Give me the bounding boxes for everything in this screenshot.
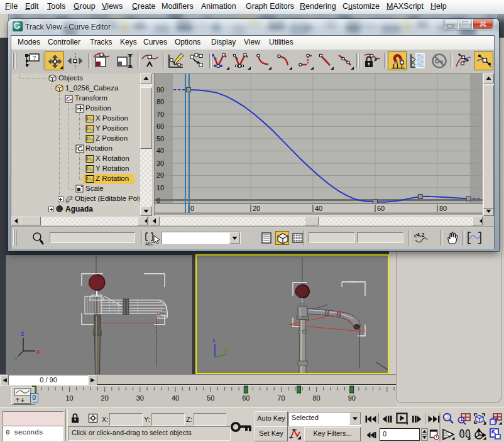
go-to-start-button[interactable] bbox=[364, 412, 377, 426]
show-values-button[interactable]: 4.2 bbox=[412, 230, 430, 246]
tvmenu-modes[interactable]: Modes bbox=[18, 38, 40, 46]
show-selected-key-stats-button[interactable]: ABC bbox=[144, 230, 160, 247]
tree-item-objects[interactable]: Objects bbox=[11, 73, 140, 84]
tree-item-scale[interactable]: Scale bbox=[11, 184, 140, 194]
macro-recorder-pane[interactable] bbox=[3, 411, 63, 427]
coord-field-z[interactable] bbox=[194, 413, 226, 426]
tvmenu-utilities[interactable]: Utilities bbox=[269, 38, 293, 46]
key-filters-button[interactable]: Key Filters... bbox=[304, 427, 361, 441]
key-filter-dropdown[interactable]: Selected bbox=[288, 412, 361, 426]
frame-spinner[interactable] bbox=[421, 428, 428, 441]
coord-field-x[interactable] bbox=[109, 413, 143, 426]
key-value-field[interactable] bbox=[357, 232, 403, 243]
set-tangents-linear-button[interactable] bbox=[317, 51, 334, 70]
menu-animation[interactable]: Animation bbox=[201, 2, 236, 11]
minimize-button[interactable] bbox=[444, 19, 458, 30]
track-name-field[interactable] bbox=[50, 232, 135, 243]
scroll-down-button[interactable] bbox=[140, 206, 152, 216]
filters-button[interactable]: ? bbox=[23, 51, 41, 70]
graph-vertical-scrollbar[interactable] bbox=[483, 73, 494, 216]
scroll-left-button[interactable] bbox=[11, 217, 21, 225]
go-to-end-button[interactable] bbox=[428, 412, 441, 426]
menu-group[interactable]: Group bbox=[74, 2, 96, 11]
scroll-up-button[interactable] bbox=[140, 73, 152, 84]
tree-vertical-scrollbar[interactable] bbox=[140, 73, 152, 216]
scroll-right-button[interactable] bbox=[473, 217, 483, 225]
tvmenu-curves[interactable]: Curves bbox=[143, 38, 167, 46]
tree-item-rotation[interactable]: Rotation bbox=[11, 144, 140, 154]
trackbar-key[interactable] bbox=[244, 386, 248, 393]
tree-item-x-position[interactable]: X Position bbox=[11, 114, 140, 124]
trackbar-frame-handle[interactable]: 0 bbox=[30, 393, 38, 402]
key-time-field[interactable] bbox=[309, 232, 355, 243]
filters-current-button[interactable] bbox=[275, 231, 289, 245]
arc-rotate-button[interactable] bbox=[473, 427, 487, 441]
set-tangents-smooth-button[interactable] bbox=[336, 51, 354, 70]
default-tangent-button[interactable] bbox=[288, 427, 302, 440]
viewport-perspective-active[interactable]: yxzx bbox=[195, 254, 389, 374]
current-frame-field[interactable]: 0 bbox=[380, 428, 420, 441]
graph-horizontal-scrollbar[interactable] bbox=[150, 217, 483, 226]
curve-key[interactable] bbox=[187, 87, 191, 92]
tree-item-z-rotation[interactable]: Z Rotation bbox=[11, 174, 140, 184]
menu-file[interactable]: File bbox=[5, 2, 18, 11]
menu-tools[interactable]: Tools bbox=[47, 2, 65, 11]
maxscript-listener-pane[interactable]: 0 seconds bbox=[3, 426, 63, 441]
set-tangents-fast-button[interactable] bbox=[255, 51, 272, 70]
reduce-keys-button[interactable] bbox=[188, 51, 206, 70]
maximize-button[interactable] bbox=[458, 19, 473, 30]
tree-item-x-rotation[interactable]: X Rotation bbox=[11, 154, 140, 164]
snap-frames-button[interactable] bbox=[388, 51, 407, 70]
tree-item-y-rotation[interactable]: Y Rotation bbox=[11, 164, 140, 174]
show-tangents-button[interactable] bbox=[455, 51, 473, 70]
menu-graph-editors[interactable]: Graph Editors bbox=[246, 2, 294, 11]
set-tangents-auto-button[interactable] bbox=[212, 51, 230, 70]
zoom-button[interactable] bbox=[441, 412, 456, 426]
menu-maxscript[interactable]: MAXScript bbox=[386, 2, 424, 11]
scroll-thumb[interactable] bbox=[305, 217, 319, 225]
tvmenu-controller[interactable]: Controller bbox=[48, 38, 80, 46]
param-curve-out-of-range-button[interactable] bbox=[409, 51, 425, 70]
menu-edit[interactable]: Edit bbox=[25, 2, 39, 11]
scroll-up-button[interactable] bbox=[483, 73, 494, 84]
scroll-left-button[interactable] bbox=[150, 217, 160, 225]
menu-help[interactable]: Help bbox=[430, 2, 447, 11]
tvmenu-options[interactable]: Options bbox=[175, 38, 200, 46]
set-tangents-step-button[interactable] bbox=[296, 51, 314, 70]
show-keyable-icons-button[interactable] bbox=[430, 51, 447, 70]
set-keys-button[interactable] bbox=[229, 414, 254, 439]
scroll-right-button[interactable] bbox=[138, 217, 148, 225]
close-button[interactable] bbox=[473, 19, 493, 30]
pan-view-button[interactable] bbox=[457, 427, 471, 441]
scroll-thumb[interactable] bbox=[483, 85, 494, 209]
curve-graph[interactable]: 0102030405060708090020406080 bbox=[154, 73, 483, 216]
play-animation-button[interactable] bbox=[396, 412, 408, 424]
menu-views[interactable]: Views bbox=[102, 2, 123, 11]
zoom-value-extents-button[interactable] bbox=[466, 230, 483, 246]
track-set-list-button[interactable] bbox=[260, 231, 273, 245]
tree-item-1-0256-cabeza[interactable]: 1_0256_Cabeza bbox=[11, 84, 140, 94]
scale-keys-button[interactable] bbox=[115, 51, 134, 70]
time-configuration-button[interactable] bbox=[429, 428, 439, 441]
tvmenu-display[interactable]: Display bbox=[211, 38, 236, 46]
controller-tree[interactable]: Objects1_0256_CabezaTransformPositionX P… bbox=[11, 73, 140, 216]
curve-key[interactable] bbox=[466, 197, 471, 201]
selection-lock-toggle[interactable] bbox=[70, 412, 81, 424]
tree-item-aguada[interactable]: Aguada bbox=[11, 204, 140, 214]
set-tangents-custom-button[interactable] bbox=[233, 51, 251, 70]
track-bar[interactable]: 1020304050607080900 bbox=[0, 385, 396, 407]
zoom-extents-all-button[interactable] bbox=[488, 412, 503, 426]
tree-item-transform[interactable]: Transform bbox=[11, 94, 140, 104]
tree-item-z-position[interactable]: Z Position bbox=[11, 134, 140, 144]
dropdown-arrow-button[interactable] bbox=[229, 232, 240, 244]
trackview-titlebar[interactable]: Track View - Curve Editor bbox=[8, 19, 499, 35]
maximize-viewport-button[interactable] bbox=[488, 427, 503, 441]
tvmenu-keys[interactable]: Keys bbox=[120, 38, 137, 46]
set-key-button[interactable]: Set Key bbox=[255, 426, 288, 441]
move-keys-horizontal-button[interactable] bbox=[65, 51, 85, 70]
zoom-all-button[interactable] bbox=[457, 412, 471, 426]
menu-modifiers[interactable]: Modifiers bbox=[162, 2, 194, 11]
lock-tangents-button[interactable] bbox=[363, 51, 382, 70]
tree-item-object-editable-poly-[interactable]: Object (Editable Poly) bbox=[11, 194, 140, 204]
tree-item-y-position[interactable]: Y Position bbox=[11, 124, 140, 134]
